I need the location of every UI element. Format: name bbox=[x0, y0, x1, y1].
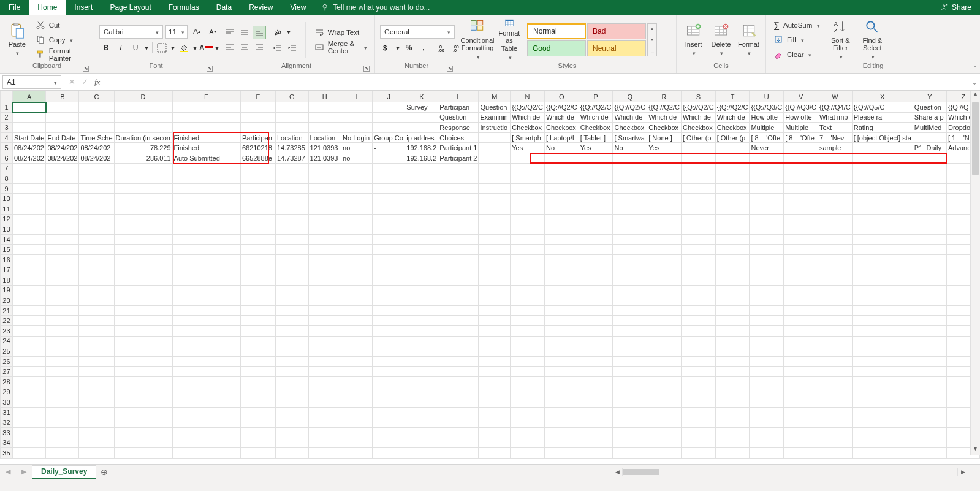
cell-G23[interactable] bbox=[275, 326, 308, 337]
cell-C30[interactable] bbox=[79, 397, 114, 408]
cell-U33[interactable] bbox=[750, 428, 784, 438]
cell-K17[interactable] bbox=[405, 265, 438, 275]
cell-O4[interactable]: [ Laptop/I bbox=[544, 132, 579, 143]
cell-L24[interactable] bbox=[438, 336, 479, 346]
cell-J34[interactable] bbox=[373, 438, 405, 448]
cell-O31[interactable] bbox=[544, 407, 579, 417]
cell-D4[interactable]: Duration (in secon bbox=[114, 132, 172, 143]
cell-T14[interactable] bbox=[715, 234, 750, 245]
cell-X4[interactable]: [ [object Object] sta bbox=[852, 132, 913, 143]
cell-S10[interactable] bbox=[681, 194, 715, 204]
cell-T4[interactable]: [ Other (p bbox=[715, 132, 750, 143]
tab-review[interactable]: Review bbox=[240, 0, 281, 15]
cell-O14[interactable] bbox=[544, 234, 579, 245]
cell-M13[interactable] bbox=[479, 224, 511, 235]
cell-N33[interactable] bbox=[511, 428, 545, 438]
cell-V35[interactable] bbox=[784, 448, 818, 459]
cell-P25[interactable] bbox=[579, 346, 613, 357]
cell-C21[interactable] bbox=[79, 305, 114, 316]
cell-B28[interactable] bbox=[46, 377, 79, 387]
cell-P27[interactable] bbox=[579, 367, 613, 377]
row-header-19[interactable]: 19 bbox=[1, 285, 13, 295]
cell-T34[interactable] bbox=[715, 438, 750, 448]
cell-U16[interactable] bbox=[750, 254, 784, 265]
cell-W26[interactable] bbox=[818, 356, 852, 367]
cell-R25[interactable] bbox=[647, 346, 682, 357]
autosum-button[interactable]: ∑AutoSum bbox=[771, 18, 822, 32]
cell-O24[interactable] bbox=[544, 336, 579, 346]
cell-X2[interactable]: Please ra bbox=[852, 112, 913, 123]
cell-F4[interactable]: Participan bbox=[240, 132, 275, 143]
cell-N15[interactable] bbox=[511, 245, 545, 255]
cell-S23[interactable] bbox=[681, 326, 715, 337]
cell-E21[interactable] bbox=[172, 305, 240, 316]
cell-I6[interactable]: no bbox=[341, 153, 373, 163]
cell-F14[interactable] bbox=[240, 234, 275, 245]
cell-B31[interactable] bbox=[46, 407, 79, 417]
cell-C8[interactable] bbox=[79, 173, 114, 184]
cell-A28[interactable] bbox=[12, 377, 46, 387]
cell-H23[interactable] bbox=[308, 326, 341, 337]
cell-C19[interactable] bbox=[79, 285, 114, 295]
cell-A18[interactable] bbox=[12, 275, 46, 286]
cell-O27[interactable] bbox=[544, 367, 579, 377]
cell-G3[interactable] bbox=[275, 123, 308, 133]
cell-C3[interactable] bbox=[79, 123, 114, 133]
cell-J30[interactable] bbox=[373, 397, 405, 408]
cell-K33[interactable] bbox=[405, 428, 438, 438]
cell-R32[interactable] bbox=[647, 417, 682, 428]
cell-I15[interactable] bbox=[341, 245, 373, 255]
cell-X23[interactable] bbox=[852, 326, 913, 337]
cell-F9[interactable] bbox=[240, 183, 275, 194]
cell-N32[interactable] bbox=[511, 417, 545, 428]
cell-V12[interactable] bbox=[784, 214, 818, 224]
cell-J14[interactable] bbox=[373, 234, 405, 245]
cell-H29[interactable] bbox=[308, 387, 341, 397]
cell-X32[interactable] bbox=[852, 417, 913, 428]
comma-button[interactable]: , bbox=[417, 41, 430, 55]
row-header-32[interactable]: 32 bbox=[1, 417, 13, 428]
cell-C14[interactable] bbox=[79, 234, 114, 245]
tab-formulas[interactable]: Formulas bbox=[160, 0, 208, 15]
cell-J23[interactable] bbox=[373, 326, 405, 337]
tab-insert[interactable]: Insert bbox=[66, 0, 101, 15]
cell-A7[interactable] bbox=[12, 163, 46, 173]
row-header-14[interactable]: 14 bbox=[1, 234, 13, 245]
cell-D19[interactable] bbox=[114, 285, 172, 295]
shrink-font-button[interactable]: A▾ bbox=[206, 25, 219, 39]
cell-P12[interactable] bbox=[579, 214, 613, 224]
cell-B10[interactable] bbox=[46, 194, 79, 204]
cell-U3[interactable]: Multiple bbox=[750, 123, 784, 133]
cell-E29[interactable] bbox=[172, 387, 240, 397]
cell-O5[interactable]: No bbox=[544, 143, 579, 153]
cell-J13[interactable] bbox=[373, 224, 405, 235]
grow-font-button[interactable]: A▴ bbox=[190, 25, 203, 39]
cell-T26[interactable] bbox=[715, 356, 750, 367]
cell-P30[interactable] bbox=[579, 397, 613, 408]
cell-Q24[interactable] bbox=[613, 336, 647, 346]
cell-G22[interactable] bbox=[275, 316, 308, 326]
cell-B24[interactable] bbox=[46, 336, 79, 346]
cell-H34[interactable] bbox=[308, 438, 341, 448]
cell-I3[interactable] bbox=[341, 123, 373, 133]
cell-W18[interactable] bbox=[818, 275, 852, 286]
cell-D18[interactable] bbox=[114, 275, 172, 286]
cell-Y12[interactable] bbox=[913, 214, 946, 224]
cell-U30[interactable] bbox=[750, 397, 784, 408]
cell-N30[interactable] bbox=[511, 397, 545, 408]
row-header-27[interactable]: 27 bbox=[1, 367, 13, 377]
cell-Q31[interactable] bbox=[613, 407, 647, 417]
cell-S27[interactable] bbox=[681, 367, 715, 377]
cell-U10[interactable] bbox=[750, 194, 784, 204]
cell-D33[interactable] bbox=[114, 428, 172, 438]
cell-M20[interactable] bbox=[479, 295, 511, 306]
cell-J35[interactable] bbox=[373, 448, 405, 459]
cell-R9[interactable] bbox=[647, 183, 682, 194]
orientation-button[interactable]: ab bbox=[271, 25, 284, 39]
cell-O25[interactable] bbox=[544, 346, 579, 357]
cell-M10[interactable] bbox=[479, 194, 511, 204]
cell-O18[interactable] bbox=[544, 275, 579, 286]
cell-S33[interactable] bbox=[681, 428, 715, 438]
cell-J33[interactable] bbox=[373, 428, 405, 438]
cell-N12[interactable] bbox=[511, 214, 545, 224]
